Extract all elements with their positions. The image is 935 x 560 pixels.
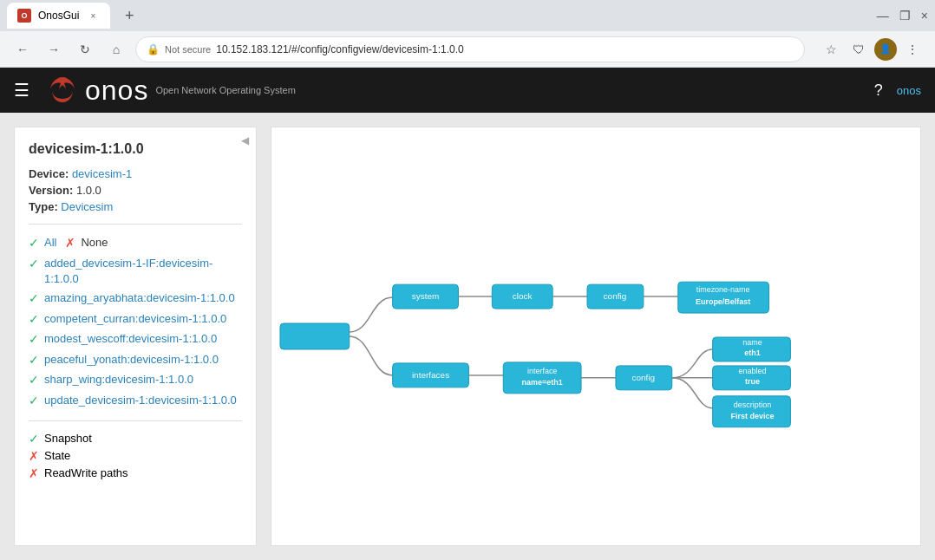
item-label[interactable]: amazing_aryabhata:devicesim-1:1.0.0 <box>44 290 235 306</box>
bookmark-button[interactable]: ☆ <box>819 37 843 62</box>
app-header: ☰ onos Open Network Operating System ? o… <box>0 68 935 113</box>
forward-button[interactable]: → <box>42 37 66 62</box>
toolbar-right: ☆ 🛡 👤 ⋮ <box>819 37 925 62</box>
back-button[interactable]: ← <box>10 37 35 62</box>
item-label[interactable]: added_devicesim-1-IF:devicesim-1:1.0.0 <box>44 256 242 287</box>
panel-collapse-button[interactable]: ◀ <box>241 134 249 147</box>
check-icon: ✓ <box>29 393 39 410</box>
all-none-row: ✓ All ✗ None <box>29 235 242 252</box>
browser-toolbar: ← → ↻ ⌂ 🔒 Not secure 10.152.183.121/#/co… <box>0 31 935 68</box>
svg-text:config: config <box>632 373 656 382</box>
svg-text:eth1: eth1 <box>744 348 760 357</box>
type-label: Type: <box>29 200 58 213</box>
none-check-icon: ✗ <box>65 235 75 252</box>
svg-text:name: name <box>742 338 762 347</box>
browser-tab[interactable]: O OnosGui × <box>7 3 110 29</box>
item-label[interactable]: update_devicesim-1:devicesim-1:1.0.0 <box>44 393 237 408</box>
section-label: ReadWrite paths <box>44 466 128 479</box>
item-label[interactable]: competent_curran:devicesim-1:1.0.0 <box>44 311 226 327</box>
all-label[interactable]: All <box>44 235 56 251</box>
user-avatar[interactable]: 👤 <box>874 38 897 61</box>
svg-text:timezone-name: timezone-name <box>696 285 750 294</box>
sections-list: ✓Snapshot✗State✗ReadWrite paths <box>29 432 242 480</box>
network-diagram: system clock config timezone-name Europe… <box>271 127 920 545</box>
divider-2 <box>29 420 242 421</box>
address-bar[interactable]: 🔒 Not secure 10.152.183.121/#/config/con… <box>135 36 805 62</box>
svg-text:config: config <box>604 291 627 301</box>
items-list: ✓added_devicesim-1-IF:devicesim-1:1.0.0✓… <box>29 256 242 410</box>
restore-button[interactable]: ❐ <box>899 9 911 23</box>
header-right: ? onos <box>874 81 921 100</box>
list-item[interactable]: ✓added_devicesim-1-IF:devicesim-1:1.0.0 <box>29 256 242 287</box>
version-field: Version: 1.0.0 <box>29 184 242 197</box>
type-value[interactable]: Devicesim <box>61 200 113 213</box>
svg-text:name=eth1: name=eth1 <box>522 378 563 387</box>
svg-text:First device: First device <box>731 412 775 420</box>
check-icon: ✓ <box>29 352 39 369</box>
check-icon: ✓ <box>29 432 39 446</box>
svg-rect-0 <box>280 323 350 349</box>
svg-text:Europe/Belfast: Europe/Belfast <box>696 297 750 306</box>
not-secure-label: Not secure <box>165 44 211 55</box>
filter-list: ✓ All ✗ None <box>29 235 242 252</box>
tab-close-button[interactable]: × <box>86 9 100 23</box>
uncheck-icon: ✗ <box>29 449 39 463</box>
tab-favicon: O <box>17 9 31 23</box>
list-item[interactable]: ✓sharp_wing:devicesim-1:1.0.0 <box>29 372 242 389</box>
item-label[interactable]: modest_wescoff:devicesim-1:1.0.0 <box>44 331 217 347</box>
check-icon: ✓ <box>29 331 39 348</box>
tab-title: OnosGui <box>38 10 79 22</box>
svg-text:interface: interface <box>527 367 557 375</box>
browser-titlebar: O OnosGui × + — ❐ × <box>0 0 935 31</box>
url-display: 10.152.183.121/#/config/configview/devic… <box>216 43 464 55</box>
list-item[interactable]: ✓modest_wescoff:devicesim-1:1.0.0 <box>29 331 242 348</box>
section-item[interactable]: ✗State <box>29 449 242 463</box>
svg-text:true: true <box>745 377 760 386</box>
svg-text:clock: clock <box>513 291 533 301</box>
list-item[interactable]: ✓competent_curran:devicesim-1:1.0.0 <box>29 311 242 329</box>
list-item[interactable]: ✓peaceful_yonath:devicesim-1:1.0.0 <box>29 352 242 369</box>
list-item[interactable]: ✓update_devicesim-1:devicesim-1:1.0.0 <box>29 393 242 410</box>
device-label: Device: <box>29 167 69 180</box>
check-icon: ✓ <box>29 256 39 273</box>
all-check-icon: ✓ <box>29 235 39 252</box>
minimize-button[interactable]: — <box>877 9 889 23</box>
check-icon: ✓ <box>29 372 39 389</box>
svg-text:description: description <box>734 400 771 409</box>
svg-text:enabled: enabled <box>739 367 767 375</box>
list-item[interactable]: ✓amazing_aryabhata:devicesim-1:1.0.0 <box>29 290 242 308</box>
help-button[interactable]: ? <box>874 81 883 100</box>
section-label: Snapshot <box>44 432 92 445</box>
item-label[interactable]: peaceful_yonath:devicesim-1:1.0.0 <box>44 352 219 368</box>
type-field: Type: Devicesim <box>29 200 242 213</box>
refresh-button[interactable]: ↻ <box>73 37 97 62</box>
logo-text: onos <box>85 75 148 107</box>
logo-bird-icon <box>43 73 82 107</box>
hamburger-menu[interactable]: ☰ <box>14 80 29 101</box>
window-controls: — ❐ × <box>877 9 928 23</box>
section-item[interactable]: ✓Snapshot <box>29 432 242 446</box>
version-value: 1.0.0 <box>76 184 101 197</box>
svg-text:system: system <box>412 291 440 301</box>
divider-1 <box>29 224 242 225</box>
sidebar-panel: ◀ devicesim-1:1.0.0 Device: devicesim-1 … <box>14 127 257 546</box>
panel-title: devicesim-1:1.0.0 <box>29 141 242 157</box>
onos-logo: onos Open Network Operating System <box>43 73 296 107</box>
new-tab-button[interactable]: + <box>117 3 141 28</box>
uncheck-icon: ✗ <box>29 466 39 480</box>
check-icon: ✓ <box>29 311 39 329</box>
main-content: ◀ devicesim-1:1.0.0 Device: devicesim-1 … <box>0 113 935 560</box>
check-icon: ✓ <box>29 290 39 308</box>
none-label[interactable]: None <box>81 235 108 251</box>
section-item[interactable]: ✗ReadWrite paths <box>29 466 242 480</box>
device-value[interactable]: devicesim-1 <box>72 167 132 180</box>
extension-button[interactable]: 🛡 <box>847 37 871 62</box>
logo-subtitle: Open Network Operating System <box>155 85 295 95</box>
user-link[interactable]: onos <box>897 84 921 97</box>
diagram-area: system clock config timezone-name Europe… <box>271 127 921 546</box>
menu-button[interactable]: ⋮ <box>900 37 925 62</box>
close-window-button[interactable]: × <box>921 9 928 23</box>
home-button[interactable]: ⌂ <box>104 37 128 62</box>
section-label: State <box>44 449 70 462</box>
item-label[interactable]: sharp_wing:devicesim-1:1.0.0 <box>44 372 193 387</box>
